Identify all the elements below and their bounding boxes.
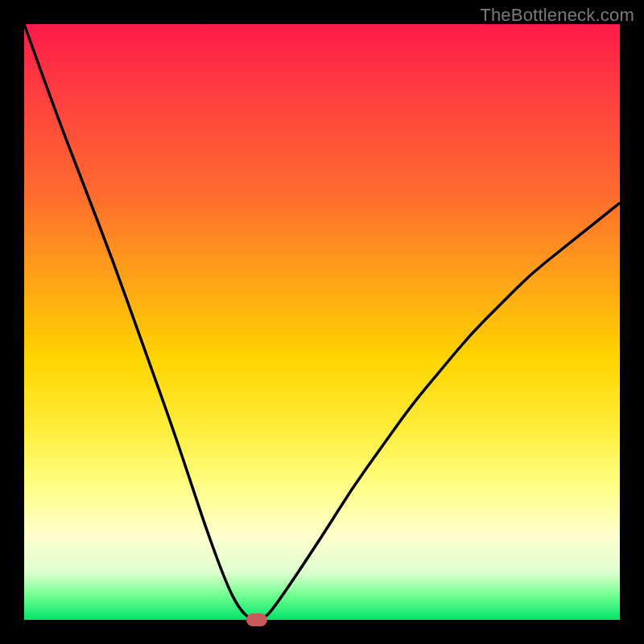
current-config-marker bbox=[246, 613, 267, 626]
plot-area bbox=[24, 24, 620, 620]
bottleneck-curve bbox=[24, 24, 620, 620]
curve-path bbox=[24, 24, 620, 620]
watermark-text: TheBottleneck.com bbox=[480, 5, 634, 26]
